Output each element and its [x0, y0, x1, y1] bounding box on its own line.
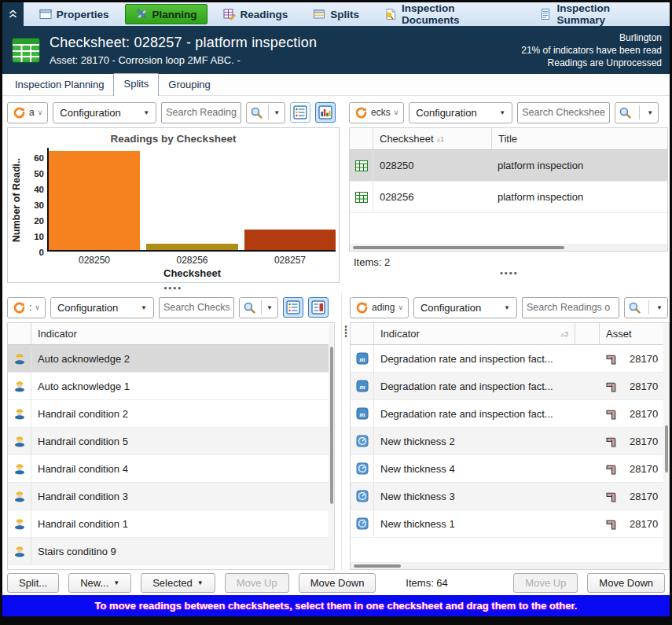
reading-row[interactable]: New thickness 228170 — [351, 428, 669, 455]
caret-down-icon: ▼ — [499, 109, 505, 116]
scrollbar-thumb[interactable] — [330, 347, 333, 504]
main-toolbar: Properties Planning Readings Splits Insp… — [2, 2, 670, 27]
scrollbar-thumb[interactable] — [354, 564, 401, 568]
scrollbar-thumb[interactable] — [353, 246, 564, 249]
scrollbar-thumb[interactable] — [665, 425, 668, 472]
indicators-view-selector[interactable]: : ∨ — [7, 297, 46, 318]
reading-row[interactable]: New thickness 428170 — [351, 455, 669, 483]
tab-properties[interactable]: Properties — [30, 2, 119, 26]
bar-chart-icon — [318, 105, 332, 119]
tab-inspection-summary[interactable]: Inspection Summary — [530, 2, 670, 26]
readings-table-header: Indicator ▵3 Asset — [351, 323, 669, 345]
indicator-row[interactable]: Handrail condition 3 — [8, 483, 334, 510]
bar-028256 — [146, 244, 237, 250]
indicator-row[interactable]: Handrail condition 1 — [8, 510, 334, 538]
tab-label: Properties — [57, 9, 109, 20]
card-view-toggle[interactable] — [308, 297, 329, 318]
tab-planning[interactable]: Planning — [125, 4, 207, 24]
tab-grouping[interactable]: Grouping — [159, 75, 219, 95]
indicators-configuration-dropdown[interactable]: Configuration ▼ — [50, 297, 154, 318]
checksheets-configuration-dropdown[interactable]: Configuration ▼ — [409, 102, 512, 123]
readings-toolbar: ading ∨ Configuration ▼ ▼ — [350, 296, 670, 319]
y-tick-label: 60 — [34, 153, 44, 163]
y-tick-label: 40 — [34, 185, 44, 194]
column-title[interactable]: Title — [492, 133, 523, 145]
checksheets-view-selector[interactable]: ecks ∨ — [349, 102, 404, 123]
tab-label: Inspection Summary — [556, 2, 660, 26]
checksheets-items-count: Items: 2 — [349, 252, 670, 268]
x-tick-label: 028256 — [146, 255, 237, 266]
indicator-row[interactable]: Auto acknowledge 1 — [8, 373, 334, 400]
document-lines-icon — [539, 8, 552, 20]
checksheets-table-header: Checksheet ▵1 Title — [350, 128, 667, 150]
move-up-button[interactable]: Move Up — [225, 573, 289, 593]
status-message: To move readings between checksheets, se… — [95, 600, 578, 612]
corrosion-loop-icon — [606, 353, 618, 365]
tab-readings[interactable]: Readings — [214, 2, 298, 26]
indicator-row[interactable]: Handrail condition 5 — [8, 428, 334, 455]
checksheets-search-input[interactable] — [517, 102, 610, 123]
indicator-row[interactable]: Stairs conditino 9 — [8, 538, 334, 565]
chart-plot — [47, 148, 336, 252]
split-button[interactable]: Split... — [7, 573, 59, 593]
list-view-toggle[interactable] — [283, 297, 303, 318]
horizontal-splitter-handle[interactable]: ▪▪▪▪ — [349, 268, 670, 278]
indicator-row[interactable]: Handrail condition 4 — [8, 455, 334, 483]
collapse-toolbar-button[interactable] — [2, 2, 24, 26]
checksheet-row[interactable]: 028250 platform inspection — [350, 150, 667, 182]
column-asset[interactable]: Asset — [600, 328, 669, 340]
worker-icon — [13, 545, 26, 557]
reading-row[interactable]: New thickness 328170 — [351, 483, 669, 510]
chart-view-toggle[interactable] — [315, 102, 336, 123]
chart-view-selector[interactable]: a ∨ — [7, 102, 48, 123]
indicator-row[interactable]: Handrail condition 2 — [8, 400, 334, 428]
checksheet-row[interactable]: 028256 platform inspection — [350, 182, 667, 213]
readings-move-up-button[interactable]: Move Up — [513, 573, 578, 593]
vertical-scrollbar[interactable] — [329, 323, 334, 569]
tab-inspection-planning[interactable]: Inspection Planning — [6, 75, 113, 95]
reading-row[interactable]: New thickness 128170 — [351, 510, 669, 538]
move-down-button[interactable]: Move Down — [299, 573, 376, 593]
horizontal-splitter-handle[interactable]: ▪▪▪▪ — [7, 283, 340, 292]
tab-splits[interactable]: Splits — [303, 2, 369, 26]
new-button[interactable]: New...▼ — [68, 573, 131, 593]
vertical-splitter-handle[interactable]: •••• — [343, 325, 349, 338]
readings-search-button[interactable]: ▼ — [624, 297, 668, 318]
y-tick-label: 20 — [34, 216, 44, 226]
checksheet-grid-icon — [355, 160, 368, 171]
readings-search-input[interactable] — [522, 297, 619, 318]
reading-row[interactable]: mDegradation rate and inspection fact...… — [351, 345, 669, 373]
column-checksheet[interactable]: Checksheet ▵1 — [373, 133, 491, 145]
horizontal-scrollbar[interactable] — [351, 562, 669, 569]
readings-move-down-button[interactable]: Move Down — [587, 573, 665, 593]
caret-down-icon: ▼ — [143, 109, 149, 116]
corrosion-loop-icon — [606, 381, 618, 392]
split-panel-icon — [313, 8, 325, 20]
list-view-toggle[interactable] — [290, 102, 310, 123]
reading-row[interactable]: mDegradation rate and inspection fact...… — [351, 373, 669, 400]
reading-row[interactable]: mDegradation rate and inspection fact...… — [351, 400, 669, 428]
chart-x-axis-label: Checksheet — [49, 267, 336, 279]
indicators-search-button[interactable]: ▼ — [239, 297, 278, 318]
selected-button[interactable]: Selected▼ — [141, 573, 215, 593]
sort-ascending-icon: ▵3 — [560, 330, 568, 338]
readings-table: Indicator ▵3 Asset mDegradation rate and… — [350, 322, 670, 570]
column-indicator[interactable]: Indicator — [31, 328, 83, 340]
vertical-scrollbar[interactable] — [663, 323, 669, 569]
readings-view-selector[interactable]: ading ∨ — [350, 297, 409, 318]
indicators-search-input[interactable] — [159, 297, 234, 318]
horizontal-scrollbar[interactable] — [350, 244, 667, 251]
readings-configuration-dropdown[interactable]: Configuration ▼ — [413, 297, 517, 318]
chart-configuration-dropdown[interactable]: Configuration ▼ — [53, 102, 156, 123]
indicator-row[interactable]: Auto acknowledge 2 — [8, 345, 334, 373]
tab-splits-section[interactable]: Splits — [113, 73, 159, 96]
worker-icon — [13, 380, 26, 392]
tab-inspection-documents[interactable]: Inspection Documents — [375, 2, 523, 26]
sort-ascending-icon: ▵1 — [437, 135, 445, 143]
worker-icon — [13, 407, 26, 420]
corrosion-loop-icon — [606, 408, 618, 420]
column-indicator[interactable]: Indicator ▵3 — [374, 328, 575, 340]
checksheets-search-button[interactable]: ▼ — [615, 102, 659, 123]
chart-search-input[interactable] — [161, 102, 241, 123]
chart-search-button[interactable]: ▼ — [246, 102, 285, 123]
